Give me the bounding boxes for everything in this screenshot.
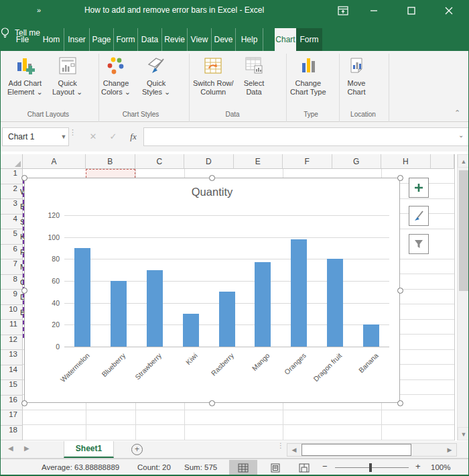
ribbon-tab-revie-6[interactable]: Revie xyxy=(162,28,188,51)
ribbon-tab-chart-10[interactable]: Chart xyxy=(275,28,296,51)
column-header-d[interactable]: D xyxy=(184,154,234,169)
row-header-11[interactable]: 11 xyxy=(0,320,23,335)
row-header-6[interactable]: 6 xyxy=(0,245,23,260)
row-header-15[interactable]: 15 xyxy=(0,380,23,396)
column-header-h[interactable]: H xyxy=(381,154,431,169)
ribbon-display-options-button[interactable] xyxy=(330,0,356,21)
sheet-bar-drag-handle[interactable]: ⋮ xyxy=(277,444,283,448)
chart-resize-handle-5[interactable] xyxy=(21,400,27,406)
row-header-12[interactable]: 12 xyxy=(0,335,23,351)
x-axis-label-2[interactable]: Strawberry xyxy=(133,351,163,381)
sheet-nav-left-icon[interactable]: ◀ xyxy=(8,444,13,452)
scroll-down-icon[interactable]: ▼ xyxy=(458,427,469,440)
chart-resize-handle-7[interactable] xyxy=(397,400,403,406)
chart-resize-handle-3[interactable] xyxy=(21,288,27,294)
scroll-right-icon[interactable]: ▶ xyxy=(443,444,456,456)
close-button[interactable] xyxy=(436,0,462,21)
y-axis-tick-label[interactable]: 0 xyxy=(34,343,60,351)
quick-layout-button[interactable]: Quick Layout ⌄ xyxy=(52,55,82,97)
y-axis-tick-label[interactable]: 80 xyxy=(34,255,60,263)
row-header-13[interactable]: 13 xyxy=(0,350,23,365)
vertical-scrollbar-thumb[interactable] xyxy=(459,170,468,291)
bar-kiwi[interactable] xyxy=(183,314,199,347)
zoom-slider-track[interactable] xyxy=(335,467,409,468)
ribbon-tab-form-11[interactable]: Form xyxy=(296,28,322,51)
row-header-5[interactable]: 5 xyxy=(0,229,23,245)
column-header-g[interactable]: G xyxy=(332,154,382,169)
row-header-1[interactable]: 1 xyxy=(0,169,23,184)
column-header-b[interactable]: B xyxy=(86,154,135,169)
ribbon-tab-data-5[interactable]: Data xyxy=(138,28,162,51)
x-axis-label-8[interactable]: Banana xyxy=(356,351,379,374)
bar-strawberry[interactable] xyxy=(147,270,163,347)
formula-input[interactable] xyxy=(143,127,469,146)
ribbon-tab-deve-8[interactable]: Deve xyxy=(212,28,236,51)
y-axis-tick-label[interactable]: 60 xyxy=(34,277,60,285)
sheet-tab-sheet1[interactable]: Sheet1 xyxy=(64,441,114,458)
y-axis-tick-label[interactable]: 100 xyxy=(34,233,60,241)
ribbon-tab-view-7[interactable]: View xyxy=(188,28,212,51)
page-layout-view-button[interactable] xyxy=(261,460,289,475)
sheet-nav-right-icon[interactable]: ▶ xyxy=(24,444,29,452)
scroll-left-icon[interactable]: ◀ xyxy=(287,444,301,456)
enter-formula-icon[interactable]: ✓ xyxy=(105,129,122,145)
chart-resize-handle-6[interactable] xyxy=(209,400,215,406)
column-header-c[interactable]: C xyxy=(135,154,185,169)
row-header-10[interactable]: 10 xyxy=(0,305,23,320)
new-sheet-button[interactable]: + xyxy=(131,444,143,455)
x-axis-label-7[interactable]: Dragon fruit xyxy=(312,351,343,383)
column-header-partial[interactable] xyxy=(431,154,455,169)
chart-resize-handle-2[interactable] xyxy=(397,175,403,181)
y-axis-tick-label[interactable]: 120 xyxy=(34,211,60,219)
row-header-4[interactable]: 4 xyxy=(0,215,23,230)
column-header-a[interactable]: A xyxy=(23,154,86,169)
bar-banana[interactable] xyxy=(363,324,379,347)
cancel-formula-icon[interactable]: ✕ xyxy=(84,129,102,145)
y-axis-tick-label[interactable]: 40 xyxy=(34,299,60,307)
zoom-out-button[interactable]: − xyxy=(322,461,328,471)
change-colors-button[interactable]: Change Colors ⌄ xyxy=(101,55,131,97)
add-chart-element-button[interactable]: Add Chart Element ⌄ xyxy=(7,55,43,97)
zoom-level[interactable]: 100% xyxy=(431,463,450,471)
ribbon-tab-page-3[interactable]: Page xyxy=(90,28,114,51)
select-all-corner[interactable] xyxy=(0,154,23,169)
chart-resize-handle-4[interactable] xyxy=(397,288,403,294)
bar-watermelon[interactable] xyxy=(74,248,90,347)
chart-styles-button[interactable] xyxy=(409,206,429,226)
change-chart-type-button[interactable]: Change Chart Type xyxy=(290,55,326,97)
formula-bar-expand-icon[interactable]: ⌄ xyxy=(458,131,464,139)
switch-row-column-button[interactable]: Switch Row/ Column xyxy=(193,55,234,97)
ribbon-tab-form-4[interactable]: Form xyxy=(114,28,138,51)
chart-resize-handle-1[interactable] xyxy=(209,175,215,181)
x-axis-label-4[interactable]: Rasberry xyxy=(209,351,235,377)
ribbon-tab-hom-1[interactable]: Hom xyxy=(39,28,64,51)
bar-rasberry[interactable] xyxy=(219,292,235,347)
chart-resize-handle-0[interactable] xyxy=(21,175,27,181)
collapse-ribbon-icon[interactable]: ⌃ xyxy=(454,109,460,117)
column-header-e[interactable]: E xyxy=(234,154,283,169)
zoom-in-button[interactable]: + xyxy=(415,461,421,471)
minimize-button[interactable] xyxy=(360,0,387,21)
x-axis-label-5[interactable]: Mango xyxy=(251,351,271,372)
page-break-view-button[interactable] xyxy=(290,460,318,475)
row-header-18[interactable]: 18 xyxy=(0,426,23,441)
row-header-16[interactable]: 16 xyxy=(0,396,23,411)
chart-elements-button[interactable] xyxy=(409,178,429,198)
ribbon-tab-help-9[interactable]: Help xyxy=(236,28,263,51)
row-header-14[interactable]: 14 xyxy=(0,365,23,381)
quick-styles-button[interactable]: Quick Styles ⌄ xyxy=(142,55,170,97)
insert-function-icon[interactable]: fx xyxy=(125,129,142,145)
row-header-2[interactable]: 2 xyxy=(0,184,23,200)
maximize-button[interactable] xyxy=(398,0,425,21)
ribbon-tab-inser-2[interactable]: Inser xyxy=(64,28,90,51)
formula-bar-drag-handle[interactable]: ⋮ xyxy=(69,130,74,135)
vertical-scrollbar[interactable]: ▲ ▼ xyxy=(457,154,469,440)
bar-blueberry[interactable] xyxy=(111,281,127,347)
chart-filters-button[interactable] xyxy=(409,234,429,254)
x-axis-label-6[interactable]: Oranges xyxy=(283,351,308,376)
horizontal-scrollbar[interactable]: ◀ ▶ xyxy=(287,443,457,457)
x-axis-label-1[interactable]: Blueberry xyxy=(100,351,127,378)
y-axis-tick-label[interactable]: 20 xyxy=(34,320,60,329)
move-chart-button[interactable]: Move Chart xyxy=(345,55,368,97)
bar-oranges[interactable] xyxy=(291,239,307,347)
